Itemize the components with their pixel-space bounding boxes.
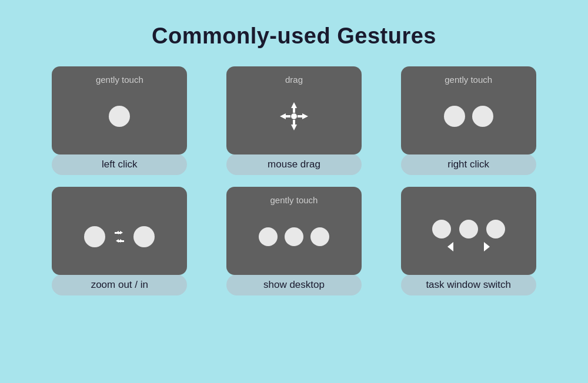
gesture-cell-left-click: gently touch left click	[41, 66, 198, 175]
gesture-cell-right-click: gently touch right click	[390, 66, 547, 175]
left-click-action-label: left click	[52, 154, 187, 175]
task-switch-action-label: task window switch	[401, 274, 536, 295]
left-click-card-label: gently touch	[52, 75, 187, 85]
show-desktop-dot-2	[285, 227, 303, 246]
drag-icon	[278, 100, 310, 133]
svg-rect-1	[293, 107, 295, 113]
zoom-icons	[84, 226, 155, 247]
gesture-cell-mouse-drag: drag	[216, 66, 373, 175]
zoom-dot-left	[84, 226, 105, 247]
gesture-cell-show-desktop: gently touch show desktop	[216, 187, 373, 295]
right-click-card-label: gently touch	[401, 75, 536, 85]
gesture-cell-task-switch: task window switch	[390, 187, 547, 295]
task-switch-dots	[432, 220, 505, 238]
mouse-drag-action-label: mouse drag	[226, 154, 362, 175]
gesture-card-right-click: gently touch	[401, 66, 536, 154]
svg-point-8	[291, 113, 297, 119]
left-click-icons	[109, 106, 130, 127]
svg-marker-14	[120, 239, 123, 243]
gesture-card-zoom	[52, 187, 187, 275]
show-desktop-dot-1	[259, 227, 278, 246]
gesture-cell-zoom: zoom out / in	[41, 187, 198, 295]
gesture-card-mouse-drag: drag	[226, 66, 362, 154]
drag-arrows	[278, 100, 310, 133]
zoom-arrows	[110, 230, 129, 243]
task-dot-1	[432, 220, 451, 238]
task-dot-3	[486, 220, 505, 238]
mouse-drag-card-label: drag	[226, 75, 362, 85]
right-click-dot-2	[472, 106, 493, 127]
svg-rect-3	[293, 120, 295, 126]
task-dot-2	[459, 220, 478, 238]
page-title: Commonly-used Gestures	[152, 23, 436, 49]
show-desktop-icons	[259, 227, 329, 246]
zoom-action-label: zoom out / in	[52, 274, 187, 295]
show-desktop-dot-3	[310, 227, 329, 246]
gesture-card-show-desktop: gently touch	[226, 187, 362, 275]
svg-marker-16	[484, 242, 490, 251]
gesture-card-task-switch	[401, 187, 536, 275]
right-click-action-label: right click	[401, 154, 536, 175]
gestures-grid: gently touch left click drag	[41, 66, 547, 295]
svg-rect-5	[285, 115, 290, 117]
show-desktop-card-label: gently touch	[226, 195, 362, 205]
right-click-icons	[444, 106, 493, 127]
svg-marker-11	[116, 231, 119, 234]
zoom-dot-right	[133, 226, 155, 247]
svg-rect-7	[298, 115, 303, 117]
right-click-dot-1	[444, 106, 465, 127]
gesture-card-left-click: gently touch	[52, 66, 187, 154]
svg-marker-15	[447, 242, 453, 251]
left-click-dot	[109, 106, 130, 127]
task-switch-icons	[432, 220, 505, 251]
task-switch-arrows	[447, 242, 490, 251]
show-desktop-action-label: show desktop	[226, 274, 362, 295]
